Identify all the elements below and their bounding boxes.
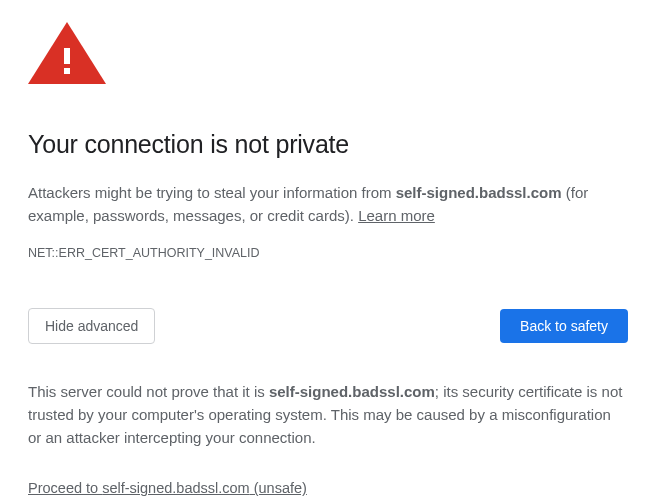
error-code: NET::ERR_CERT_AUTHORITY_INVALID	[28, 246, 628, 260]
warning-icon	[28, 22, 628, 88]
proceed-host: self-signed.badssl.com	[102, 480, 250, 496]
proceed-unsafe-link[interactable]: Proceed to self-signed.badssl.com (unsaf…	[28, 480, 307, 496]
proceed-suffix: (unsafe)	[250, 480, 307, 496]
svg-rect-2	[64, 68, 70, 74]
proceed-prefix: Proceed to	[28, 480, 102, 496]
back-to-safety-button[interactable]: Back to safety	[500, 309, 628, 343]
explanation-host: self-signed.badssl.com	[269, 383, 435, 400]
ssl-error-page: Your connection is not private Attackers…	[0, 0, 656, 497]
warning-prefix: Attackers might be trying to steal your …	[28, 184, 396, 201]
explanation-prefix: This server could not prove that it is	[28, 383, 269, 400]
learn-more-link[interactable]: Learn more	[358, 207, 435, 224]
page-title: Your connection is not private	[28, 130, 628, 159]
svg-rect-1	[64, 48, 70, 64]
warning-description: Attackers might be trying to steal your …	[28, 181, 628, 228]
advanced-explanation: This server could not prove that it is s…	[28, 380, 628, 450]
warning-host: self-signed.badssl.com	[396, 184, 562, 201]
hide-advanced-button[interactable]: Hide advanced	[28, 308, 155, 344]
button-row: Hide advanced Back to safety	[28, 308, 628, 344]
